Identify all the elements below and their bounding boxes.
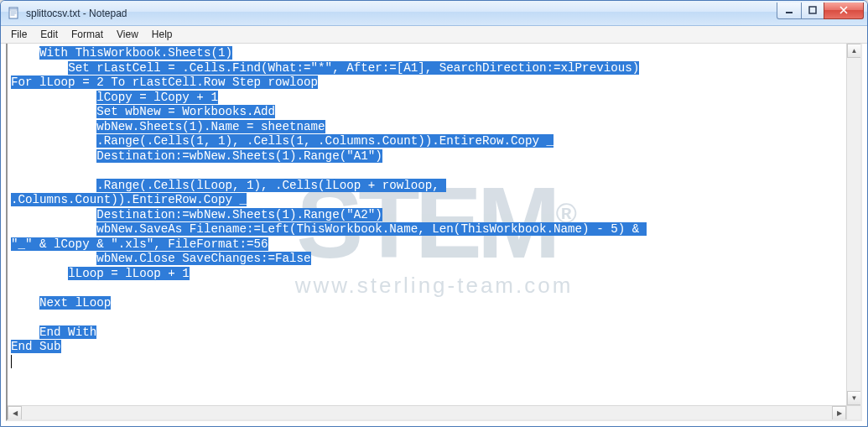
maximize-icon (808, 6, 817, 14)
scroll-corner (846, 405, 860, 419)
menubar: File Edit Format View Help (1, 26, 867, 44)
text-editor[interactable]: With ThisWorkbook.Sheets(1) Set rLastCel… (9, 45, 859, 418)
code-line[interactable]: lCopy = lCopy + 1 (11, 91, 857, 106)
code-line[interactable] (11, 310, 857, 325)
vertical-scrollbar[interactable]: ▲ ▼ (846, 44, 860, 405)
menu-help[interactable]: Help (145, 26, 179, 43)
code-line[interactable]: For lLoop = 2 To rLastCell.Row Step rowl… (11, 76, 857, 91)
code-line[interactable]: End With (11, 325, 857, 341)
scroll-down-icon[interactable]: ▼ (847, 391, 861, 405)
horizontal-scrollbar[interactable]: ◀ ▶ (8, 405, 846, 419)
code-line[interactable]: "_" & lCopy & ".xls", FileFormat:=56 (11, 237, 857, 253)
svg-rect-3 (11, 14, 15, 15)
code-line[interactable]: wbNew.Close SaveChanges:=False (11, 252, 857, 267)
menu-format[interactable]: Format (65, 26, 110, 43)
code-line[interactable]: lLoop = lLoop + 1 (11, 267, 857, 282)
code-line[interactable] (11, 281, 857, 296)
code-line[interactable]: wbNew.SaveAs Filename:=Left(ThisWorkbook… (11, 222, 857, 237)
code-line[interactable]: With ThisWorkbook.Sheets(1) (11, 46, 857, 61)
text-caret (11, 355, 12, 368)
titlebar[interactable]: splittocsv.txt - Notepad (1, 1, 867, 26)
code-line[interactable]: Next lLoop (11, 296, 857, 311)
minimize-button[interactable] (777, 3, 802, 19)
code-line[interactable]: Destination:=wbNew.Sheets(1).Range("A1") (11, 149, 857, 164)
window-buttons (777, 3, 864, 19)
svg-rect-4 (786, 12, 793, 13)
code-line[interactable]: End Sub (11, 340, 857, 355)
scroll-left-icon[interactable]: ◀ (8, 406, 22, 420)
notepad-icon (8, 7, 21, 20)
window-title: splittocsv.txt - Notepad (26, 8, 777, 19)
notepad-window: splittocsv.txt - Notepad File Edit Forma… (0, 0, 868, 427)
editor-area: STEM® www.sterling-team.com With ThisWor… (6, 44, 862, 421)
menu-file[interactable]: File (4, 26, 34, 43)
code-line[interactable] (11, 355, 857, 370)
menu-view[interactable]: View (110, 26, 145, 43)
code-line[interactable]: Set rLastCell = .Cells.Find(What:="*", A… (11, 61, 857, 76)
close-button[interactable] (824, 3, 864, 19)
scroll-up-icon[interactable]: ▲ (847, 44, 861, 58)
menu-edit[interactable]: Edit (34, 26, 65, 43)
svg-rect-1 (11, 11, 17, 12)
code-line[interactable]: .Range(.Cells(1, 1), .Cells(1, .Columns.… (11, 134, 857, 149)
code-line[interactable]: wbNew.Sheets(1).Name = sheetname (11, 120, 857, 135)
code-line[interactable]: .Range(.Cells(lLoop, 1), .Cells(lLoop + … (11, 179, 857, 194)
maximize-button[interactable] (801, 3, 824, 19)
code-line[interactable] (11, 164, 857, 179)
scroll-right-icon[interactable]: ▶ (832, 406, 846, 420)
minimize-icon (785, 6, 793, 14)
svg-rect-2 (11, 13, 17, 13)
svg-rect-5 (809, 7, 816, 13)
code-line[interactable]: Destination:=wbNew.Sheets(1).Range("A2") (11, 208, 857, 223)
code-line[interactable]: Set wbNew = Workbooks.Add (11, 105, 857, 120)
code-line[interactable]: .Columns.Count)).EntireRow.Copy _ (11, 193, 857, 208)
close-icon (839, 6, 848, 14)
